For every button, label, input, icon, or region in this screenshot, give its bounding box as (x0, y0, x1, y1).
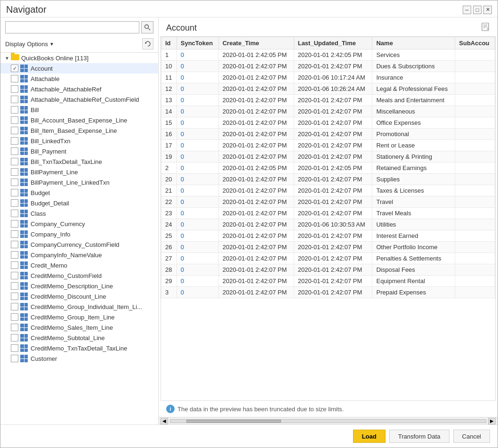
tree-checkbox[interactable] (11, 251, 18, 259)
tree-item-label: CreditMemo_Group_Item_Line (31, 314, 114, 321)
tree-checkbox[interactable] (11, 147, 18, 155)
sidebar-item-creditmemo-group-item-line[interactable]: CreditMemo_Group_Item_Line (0, 312, 158, 322)
sidebar-item-creditmemo-subtotal-line[interactable]: CreditMemo_Subtotal_Line (0, 333, 158, 343)
scroll-right-button[interactable]: ▶ (488, 418, 496, 424)
scroll-left-button[interactable]: ◀ (161, 418, 168, 424)
maximize-button[interactable]: □ (473, 6, 482, 14)
sidebar-item-budget[interactable]: Budget (0, 187, 158, 198)
table-icon (20, 251, 28, 259)
sidebar-item-customer[interactable]: Customer (0, 353, 158, 364)
table-cell: 2020-01-01 2:42:07 PM (218, 230, 294, 242)
table-cell: Taxes & Licenses (372, 185, 455, 196)
data-table: IdSyncTokenCreate_TimeLast_Updated_TimeN… (161, 37, 495, 298)
refresh-button[interactable] (142, 38, 153, 49)
sidebar-item-bill-account-based-expense-line[interactable]: Bill_Account_Based_Expense_Line (0, 115, 158, 125)
sidebar-item-bill-txntaxdetail-taxline[interactable]: Bill_TxnTaxDetail_TaxLine (0, 156, 158, 167)
sidebar-item-billpayment-line[interactable]: BillPayment_Line (0, 167, 158, 177)
tree-item-label: Bill_Item_Based_Expense_Line (31, 127, 117, 134)
sidebar-item-credit-memo[interactable]: Credit_Memo (0, 260, 158, 270)
sidebar-item-bill-payment[interactable]: Bill_Payment (0, 146, 158, 156)
tree-checkbox[interactable] (11, 272, 18, 279)
tree-checkbox[interactable] (11, 210, 18, 217)
tree-root-item[interactable]: ▼ QuickBooks Online [113] (0, 53, 158, 63)
tree-expand-icon[interactable]: ▼ (3, 56, 11, 61)
sidebar-item-companycurrency-customfield[interactable]: CompanyCurrency_CustomField (0, 239, 158, 250)
tree-checkbox[interactable] (11, 344, 18, 352)
sidebar-item-creditmemo-group-individual-item-li---[interactable]: CreditMemo_Group_Individual_Item_Li... (0, 301, 158, 312)
tree-container[interactable]: ▼ QuickBooks Online [113] AccountAttacha… (0, 52, 158, 424)
sidebar-item-creditmemo-description-line[interactable]: CreditMemo_Description_Line (0, 281, 158, 291)
tree-checkbox[interactable] (11, 334, 18, 342)
table-cell (455, 151, 495, 163)
tree-checkbox[interactable] (11, 355, 18, 362)
table-icon (20, 189, 28, 196)
tree-item-label: CreditMemo_Sales_Item_Line (31, 324, 113, 331)
tree-checkbox[interactable] (11, 261, 18, 269)
table-row: 1702020-01-01 2:42:07 PM2020-01-01 2:42:… (161, 140, 495, 151)
tree-checkbox[interactable] (11, 303, 18, 310)
tree-checkbox[interactable] (11, 179, 18, 186)
sidebar-item-creditmemo-txntaxdetail-taxline[interactable]: CreditMemo_TxnTaxDetail_TaxLine (0, 343, 158, 353)
sidebar-item-attachable[interactable]: Attachable (0, 73, 158, 84)
tree-checkbox[interactable] (11, 116, 18, 124)
tree-checkbox[interactable] (11, 137, 18, 145)
tree-checkbox[interactable] (11, 106, 18, 114)
table-cell: 2020-01-01 2:42:07 PM (294, 95, 372, 106)
tree-checkbox[interactable] (11, 282, 18, 290)
tree-checkbox[interactable] (11, 199, 18, 207)
scroll-track[interactable] (170, 419, 486, 423)
tree-checkbox[interactable] (11, 85, 18, 93)
sidebar-item-class[interactable]: Class (0, 208, 158, 219)
tree-checkbox[interactable] (11, 220, 18, 228)
sidebar-item-account[interactable]: Account (0, 63, 158, 73)
table-icon (20, 355, 28, 362)
tree-checkbox[interactable] (11, 96, 18, 103)
tree-checkbox[interactable] (11, 293, 18, 300)
scroll-thumb[interactable] (186, 420, 281, 423)
table-cell: 2020-01-01 2:42:07 PM (218, 61, 294, 72)
tree-checkbox[interactable] (11, 313, 18, 321)
sidebar-item-bill[interactable]: Bill (0, 105, 158, 115)
tree-checkbox[interactable] (11, 75, 18, 82)
close-button[interactable]: ✕ (483, 6, 492, 14)
sidebar-item-billpayment-line-linkedtxn[interactable]: BillPayment_Line_LinkedTxn (0, 177, 158, 187)
table-cell (455, 95, 495, 106)
tree-item-label: Customer (31, 355, 57, 362)
table-icon (20, 179, 28, 186)
table-row: 1102020-01-01 2:42:07 PM2020-01-06 10:17… (161, 72, 495, 83)
tree-checkbox[interactable] (11, 230, 18, 238)
minimize-button[interactable]: ─ (463, 6, 471, 14)
table-cell: 0 (177, 129, 218, 140)
load-button[interactable]: Load (353, 430, 386, 443)
sidebar-item-company-currency[interactable]: Company_Currency (0, 219, 158, 229)
tree-checkbox[interactable] (11, 127, 18, 134)
search-button[interactable] (141, 21, 153, 33)
search-input[interactable] (5, 21, 139, 33)
cancel-button[interactable]: Cancel (453, 430, 490, 443)
tree-checkbox[interactable] (11, 241, 18, 248)
display-options-button[interactable]: Display Options ▼ (5, 41, 54, 48)
sidebar-item-bill-item-based-expense-line[interactable]: Bill_Item_Based_Expense_Line (0, 125, 158, 136)
sidebar-item-creditmemo-sales-item-line[interactable]: CreditMemo_Sales_Item_Line (0, 322, 158, 333)
sidebar-item-companyinfo-namevalue[interactable]: CompanyInfo_NameValue (0, 250, 158, 260)
sidebar-item-creditmemo-customfield[interactable]: CreditMemo_CustomField (0, 270, 158, 281)
tree-checkbox[interactable] (11, 189, 18, 196)
tree-checkbox[interactable] (11, 158, 18, 165)
export-icon[interactable] (481, 22, 490, 33)
column-header-create-time: Create_Time (218, 37, 294, 49)
sidebar-item-creditmemo-discount-line[interactable]: CreditMemo_Discount_Line (0, 291, 158, 301)
tree-checkbox[interactable] (11, 65, 18, 72)
column-header-subaccou: SubAccou (455, 37, 495, 49)
table-cell: 0 (177, 83, 218, 95)
sidebar-item-company-info[interactable]: Company_Info (0, 229, 158, 239)
table-row: 302020-01-01 2:42:07 PM2020-01-01 2:42:0… (161, 287, 495, 298)
table-icon (20, 147, 28, 155)
sidebar-item-attachable-attachableref[interactable]: Attachable_AttachableRef (0, 84, 158, 94)
tree-checkbox[interactable] (11, 324, 18, 331)
horizontal-scrollbar[interactable]: ◀ ▶ (159, 417, 498, 424)
tree-checkbox[interactable] (11, 168, 18, 176)
transform-data-button[interactable]: Transform Data (389, 430, 450, 443)
sidebar-item-bill-linkedtxn[interactable]: Bill_LinkedTxn (0, 136, 158, 146)
sidebar-item-attachable-attachableref-customfield[interactable]: Attachable_AttachableRef_CustomField (0, 94, 158, 105)
sidebar-item-budget-detail[interactable]: Budget_Detail (0, 198, 158, 208)
